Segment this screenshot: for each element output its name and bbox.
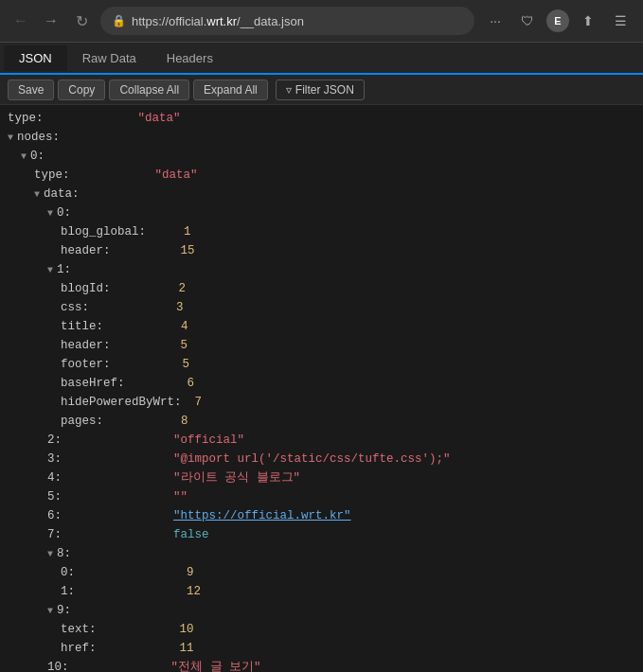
tab-json[interactable]: JSON — [4, 45, 67, 71]
key: 8: — [57, 544, 71, 563]
json-toolbar: Save Copy Collapse All Expand All ▿ Filt… — [0, 75, 643, 105]
json-content[interactable]: type: "data" nodes: 0: type: "data" data… — [0, 105, 643, 672]
json-line: header: 5 — [0, 336, 643, 355]
json-line: hidePoweredByWrt: 7 — [0, 393, 643, 412]
json-line: 1: 12 — [0, 582, 643, 601]
json-line: href: 11 — [0, 639, 643, 658]
key: data: — [44, 185, 80, 203]
json-line: 8: — [0, 544, 643, 563]
refresh-button[interactable]: ↻ — [70, 9, 93, 32]
key: hidePoweredByWrt: — [61, 393, 182, 412]
key: css: — [61, 298, 89, 317]
copy-button[interactable]: Copy — [58, 80, 105, 100]
key: header: — [61, 336, 111, 355]
collapse-arrow[interactable] — [47, 547, 53, 562]
value: 5 — [183, 355, 190, 374]
collapse-arrow[interactable] — [47, 263, 53, 278]
lock-icon: 🔒 — [112, 14, 126, 27]
value: false — [173, 525, 209, 544]
url-text: https://official.wrt.kr/__data.json — [132, 14, 463, 28]
key: type: — [8, 109, 44, 128]
key: 6: — [47, 506, 62, 525]
tab-headers[interactable]: Headers — [152, 45, 228, 71]
json-line: nodes: — [0, 128, 643, 147]
json-line: 10: "전체 글 보기" — [0, 658, 643, 672]
forward-button[interactable]: → — [40, 9, 63, 32]
collapse-arrow[interactable] — [8, 131, 13, 146]
key: blog_global: — [61, 222, 146, 241]
json-line: 4: "라이트 공식 블로그" — [0, 469, 643, 487]
tab-rawdata[interactable]: Raw Data — [67, 45, 152, 71]
url-value[interactable]: "https://official.wrt.kr" — [173, 506, 351, 525]
shield-button[interactable]: 🛡 — [514, 8, 541, 34]
key: blogId: — [61, 279, 111, 298]
share-button[interactable]: ⬆ — [575, 8, 601, 34]
address-bar[interactable]: 🔒 https://official.wrt.kr/__data.json — [100, 7, 474, 35]
value: 11 — [180, 639, 194, 658]
key: 1: — [61, 582, 75, 601]
collapse-arrow[interactable] — [21, 150, 27, 165]
json-line: footer: 5 — [0, 355, 643, 374]
value: 6 — [188, 374, 195, 393]
json-line: title: 4 — [0, 317, 643, 336]
collapse-arrow[interactable] — [34, 187, 40, 203]
save-button[interactable]: Save — [8, 80, 54, 100]
value: 4 — [181, 317, 188, 336]
browser-toolbar: ← → ↻ 🔒 https://official.wrt.kr/__data.j… — [0, 0, 643, 42]
value: 2 — [179, 279, 187, 298]
filter-label: Filter JSON — [295, 83, 354, 97]
key: 0: — [30, 147, 45, 166]
json-line: 9: — [0, 601, 643, 620]
browser-menu-icons: ··· 🛡 E ⬆ ☰ — [482, 8, 634, 34]
collapse-arrow[interactable] — [47, 206, 53, 221]
json-line: type: "data" — [0, 109, 643, 128]
tab-bar: JSON Raw Data Headers — [0, 43, 643, 75]
value: "data" — [138, 109, 181, 128]
value: "official" — [173, 431, 244, 450]
json-line: text: 10 — [0, 620, 643, 639]
collapse-arrow[interactable] — [47, 604, 53, 619]
key: 0: — [61, 563, 75, 582]
collapse-all-button[interactable]: Collapse All — [109, 80, 189, 100]
json-line: css: 3 — [0, 298, 643, 317]
more-button[interactable]: ··· — [482, 8, 509, 34]
back-button[interactable]: ← — [9, 9, 32, 32]
key: 10: — [47, 658, 69, 672]
value: 5 — [181, 336, 188, 355]
value: 10 — [180, 620, 194, 639]
value: 15 — [181, 241, 195, 260]
extension-icon[interactable]: E — [546, 9, 569, 32]
value: "@import url('/static/css/tufte.css');" — [173, 450, 451, 469]
json-line: 0: 9 — [0, 563, 643, 582]
filter-json-button[interactable]: ▿ Filter JSON — [276, 80, 365, 100]
key: type: — [34, 166, 70, 185]
key: title: — [61, 317, 103, 336]
key: pages: — [61, 412, 103, 431]
json-line: 2: "official" — [0, 431, 643, 450]
value: "data" — [155, 166, 198, 185]
json-line: data: — [0, 185, 643, 203]
value: 1 — [184, 222, 191, 241]
key: 7: — [47, 525, 62, 544]
key: baseHref: — [61, 374, 125, 393]
json-line: 7: false — [0, 525, 643, 544]
value: 7 — [195, 393, 203, 412]
key: footer: — [61, 355, 111, 374]
filter-icon: ▿ — [286, 83, 292, 97]
value: "라이트 공식 블로그" — [173, 469, 300, 487]
value: 3 — [176, 298, 184, 317]
key: header: — [61, 241, 111, 260]
json-line: blog_global: 1 — [0, 222, 643, 241]
value: "" — [173, 487, 188, 506]
key: 9: — [57, 601, 71, 620]
key: nodes: — [17, 128, 60, 147]
json-line: blogId: 2 — [0, 279, 643, 298]
json-line: 0: — [0, 147, 643, 166]
value: 8 — [181, 412, 188, 431]
value: 9 — [187, 563, 194, 582]
value: 12 — [187, 582, 201, 601]
expand-all-button[interactable]: Expand All — [193, 80, 268, 100]
menu-button[interactable]: ☰ — [607, 8, 634, 34]
json-line: pages: 8 — [0, 412, 643, 431]
json-line: 0: — [0, 203, 643, 222]
